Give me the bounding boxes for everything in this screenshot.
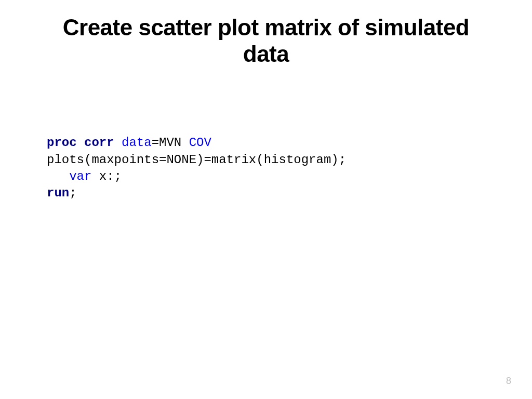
code-text: =MVN [152,136,189,150]
code-text: plots(maxpoints=NONE)=matrix(histogram); [47,153,346,167]
code-block: proc corr data=MVN COV plots(maxpoints=N… [47,135,485,202]
code-text: ; [69,186,76,200]
code-indent [47,169,69,183]
code-text: x:; [91,169,122,183]
slide-container: Create scatter plot matrix of simulated … [0,0,532,399]
kw-corr: corr [84,136,122,150]
kw-cov: COV [189,136,211,150]
kw-proc: proc [47,136,84,150]
kw-data: data [122,136,152,150]
kw-var: var [69,169,91,183]
kw-run: run [47,186,69,200]
page-number: 8 [506,376,511,387]
slide-title: Create scatter plot matrix of simulated … [47,15,485,67]
